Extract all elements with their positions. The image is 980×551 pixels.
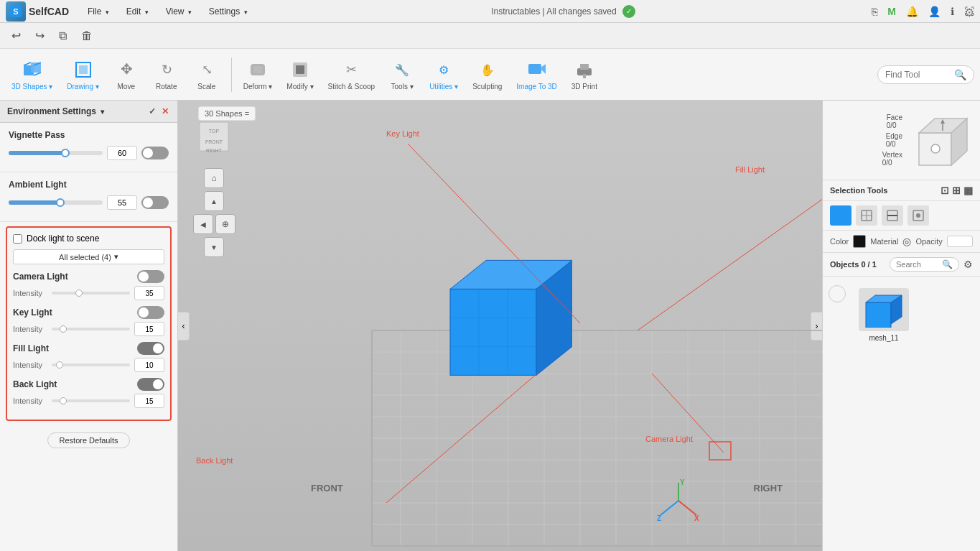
delete-button[interactable]: 🗑 bbox=[77, 28, 97, 44]
key-intensity-thumb[interactable] bbox=[60, 325, 67, 333]
key-light-label: Key Light bbox=[386, 129, 419, 138]
fill-intensity-thumb[interactable] bbox=[56, 361, 63, 369]
camera-light-toggle[interactable] bbox=[137, 270, 164, 283]
restore-defaults-button[interactable]: Restore Defaults bbox=[47, 432, 131, 448]
app-logo[interactable]: S SelfCAD bbox=[6, 1, 69, 22]
objects-search-icon: 🔍 bbox=[942, 259, 953, 269]
nav-home-button[interactable]: ⌂ bbox=[204, 168, 224, 188]
move-icon: ✥ bbox=[115, 58, 138, 81]
all-selected-text: All selected (4) bbox=[59, 253, 111, 261]
material-icon[interactable]: ◎ bbox=[902, 236, 911, 247]
panel-check-icon[interactable]: ✓ bbox=[147, 105, 157, 118]
collapse-left-button[interactable]: ‹ bbox=[178, 312, 190, 341]
fill-light-toggle[interactable] bbox=[137, 342, 164, 355]
toolbar-utilities[interactable]: ⚙ Utilities ▾ bbox=[424, 52, 464, 98]
toolbar-imageto3d[interactable]: Image To 3D bbox=[510, 52, 563, 98]
find-tool-box[interactable]: 🔍 bbox=[877, 65, 974, 84]
color-swatch[interactable] bbox=[853, 235, 866, 248]
m-icon[interactable]: M bbox=[887, 6, 896, 17]
menu-file[interactable]: File ▾ bbox=[80, 4, 116, 19]
panel-dropdown-icon[interactable]: ▾ bbox=[101, 108, 104, 116]
objects-title: Objects 0 / 1 bbox=[830, 260, 885, 269]
all-selected-button[interactable]: All selected (4) ▾ bbox=[13, 249, 164, 264]
toolbar-modify[interactable]: Modify ▾ bbox=[281, 52, 319, 98]
camera-intensity-slider[interactable] bbox=[52, 292, 130, 295]
sel-face-button[interactable] bbox=[830, 205, 851, 226]
viewport[interactable]: ‹ › TOP FRONT RIGHT ⌂ ▲ ◀ ⊕ ▼ bbox=[178, 101, 822, 551]
main-area: Environment Settings ▾ ✓ ✕ Vignette Pass… bbox=[0, 101, 980, 551]
sel-icon-3[interactable]: ▦ bbox=[963, 185, 973, 196]
toolbar-sculpting[interactable]: ✋ Sculpting bbox=[467, 52, 508, 98]
sel-icon-2[interactable]: ⊞ bbox=[952, 185, 961, 196]
toolbar-3dshapes[interactable]: 3D Shapes ▾ bbox=[6, 52, 58, 98]
objects-search-input[interactable] bbox=[896, 260, 939, 269]
dock-light-checkbox[interactable] bbox=[13, 234, 22, 244]
opacity-input[interactable]: 0 bbox=[947, 236, 973, 247]
panel-close-icon[interactable]: ✕ bbox=[160, 105, 170, 118]
menu-edit[interactable]: Edit ▾ bbox=[119, 4, 156, 19]
object-radio[interactable] bbox=[829, 285, 846, 302]
sel-vertex-button[interactable] bbox=[907, 205, 929, 226]
sel-icon-1[interactable]: ⊡ bbox=[941, 185, 949, 196]
back-intensity-thumb[interactable] bbox=[60, 397, 67, 404]
vignette-slider[interactable] bbox=[9, 151, 103, 155]
vignette-value[interactable]: 60 bbox=[107, 146, 137, 160]
sel-edge-button[interactable] bbox=[882, 205, 903, 226]
nav-down-button[interactable]: ▼ bbox=[204, 237, 224, 257]
toolbar-move[interactable]: ✥ Move bbox=[108, 52, 145, 98]
bell-icon[interactable]: 🔔 bbox=[906, 6, 918, 17]
menu-view[interactable]: View ▾ bbox=[159, 4, 199, 19]
ambient-slider[interactable] bbox=[9, 200, 103, 205]
nav-left-button[interactable]: ◀ bbox=[193, 214, 213, 234]
svg-text:↻: ↻ bbox=[161, 62, 172, 77]
svg-rect-61 bbox=[450, 289, 536, 375]
fill-intensity-slider[interactable] bbox=[52, 364, 130, 366]
camera-intensity-thumb[interactable] bbox=[75, 290, 83, 297]
toolbar-drawing[interactable]: Drawing ▾ bbox=[61, 52, 104, 98]
toolbar-sculpting-label: Sculpting bbox=[472, 83, 502, 91]
share-icon[interactable]: ⎘ bbox=[872, 6, 877, 17]
nav-compass-button[interactable]: ⊕ bbox=[215, 214, 235, 234]
fill-intensity-value[interactable]: 10 bbox=[134, 358, 164, 372]
copy-button[interactable]: ⧉ bbox=[55, 28, 71, 44]
svg-text:Z: Z bbox=[657, 514, 661, 522]
redo-button[interactable]: ↪ bbox=[31, 27, 49, 44]
back-intensity-slider[interactable] bbox=[52, 399, 130, 402]
vignette-thumb[interactable] bbox=[61, 149, 70, 157]
ambient-thumb[interactable] bbox=[56, 198, 65, 207]
sel-mesh-button[interactable] bbox=[856, 205, 877, 226]
menu-settings[interactable]: Settings ▾ bbox=[202, 4, 255, 19]
nav-up-button[interactable]: ▲ bbox=[204, 191, 224, 211]
ambient-toggle[interactable] bbox=[141, 196, 169, 209]
key-intensity-value[interactable]: 15 bbox=[134, 322, 164, 336]
vertex-info: Vertex 0/0 bbox=[882, 151, 902, 167]
info-icon[interactable]: ℹ bbox=[951, 6, 954, 17]
undo-button[interactable]: ↩ bbox=[7, 27, 25, 44]
camera-intensity-value[interactable]: 35 bbox=[134, 286, 164, 300]
toolbar-stitch[interactable]: ✂ Stitch & Scoop bbox=[322, 52, 381, 98]
objects-search-box[interactable]: 🔍 bbox=[890, 257, 959, 272]
front-label: FRONT bbox=[311, 483, 343, 494]
object-item-mesh11[interactable]: mesh_11 bbox=[851, 282, 916, 348]
orient-cube-gizmo[interactable] bbox=[908, 108, 973, 172]
user-icon[interactable]: 👤 bbox=[928, 6, 941, 17]
key-light-toggle[interactable] bbox=[137, 306, 164, 319]
toolbar-scale[interactable]: ⤡ Scale bbox=[188, 52, 225, 98]
toolbar-deform[interactable]: Deform ▾ bbox=[238, 52, 279, 98]
toolbar-tools[interactable]: 🔧 Tools ▾ bbox=[383, 52, 421, 98]
vignette-fill bbox=[9, 151, 65, 155]
objects-gear-icon[interactable]: ⚙ bbox=[963, 259, 973, 270]
back-intensity-value[interactable]: 15 bbox=[134, 394, 164, 408]
ambient-value[interactable]: 55 bbox=[107, 195, 137, 210]
vignette-toggle[interactable] bbox=[141, 147, 169, 159]
toolbar-rotate[interactable]: ↻ Rotate bbox=[148, 52, 185, 98]
find-tool-input[interactable] bbox=[885, 70, 950, 80]
toolbar-3dprint[interactable]: 3D Print bbox=[566, 52, 603, 98]
panel-gear-icon[interactable]: ⚙ bbox=[964, 6, 974, 19]
key-intensity-slider[interactable] bbox=[52, 328, 130, 330]
key-light-header: Key Light bbox=[13, 306, 164, 319]
back-light-toggle[interactable] bbox=[137, 378, 164, 391]
dock-light-label[interactable]: Dock light to scene bbox=[27, 233, 99, 244]
expand-right-button[interactable]: › bbox=[811, 312, 822, 341]
3dprint-icon bbox=[573, 58, 596, 81]
